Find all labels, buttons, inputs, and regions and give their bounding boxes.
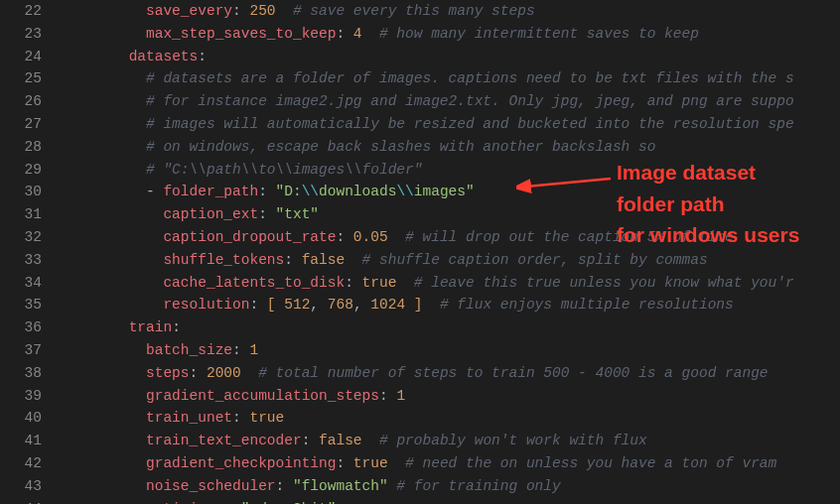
code-line[interactable]: save_every: 250 # save every this many s… bbox=[60, 0, 832, 23]
line-number: 22 bbox=[8, 0, 42, 23]
line-number: 36 bbox=[8, 316, 42, 339]
line-number: 37 bbox=[8, 339, 42, 362]
code-line[interactable]: gradient_accumulation_steps: 1 bbox=[60, 385, 832, 408]
code-line[interactable]: max_step_saves_to_keep: 4 # how many int… bbox=[60, 23, 832, 46]
code-line[interactable]: steps: 2000 # total number of steps to t… bbox=[60, 362, 832, 385]
line-number: 39 bbox=[8, 385, 42, 408]
code-line[interactable]: caption_dropout_rate: 0.05 # will drop o… bbox=[60, 226, 832, 249]
line-number: 31 bbox=[8, 203, 42, 226]
code-line[interactable]: # "C:\\path\\to\\images\\folder" bbox=[60, 159, 832, 182]
code-line[interactable]: datasets: bbox=[60, 46, 832, 68]
line-number: 38 bbox=[8, 362, 42, 385]
line-number: 33 bbox=[8, 249, 42, 272]
line-number: 30 bbox=[8, 181, 42, 203]
code-line[interactable]: train_unet: true bbox=[60, 407, 832, 430]
line-number: 32 bbox=[8, 226, 42, 249]
code-line[interactable]: train_text_encoder: false # probably won… bbox=[60, 430, 832, 452]
code-line[interactable]: # datasets are a folder of images. capti… bbox=[60, 67, 832, 90]
code-editor[interactable]: 2223242526272829303132333435363738394041… bbox=[0, 0, 840, 504]
code-line[interactable]: noise_scheduler: "flowmatch" # for train… bbox=[60, 475, 832, 498]
code-line[interactable]: optimizer: "adamw8bit" bbox=[60, 498, 832, 504]
line-number: 44 bbox=[8, 498, 42, 504]
code-line[interactable]: resolution: [ 512, 768, 1024 ] # flux en… bbox=[60, 294, 832, 316]
line-number: 28 bbox=[8, 136, 42, 159]
line-number-gutter: 2223242526272829303132333435363738394041… bbox=[0, 0, 60, 504]
line-number: 23 bbox=[8, 23, 42, 46]
line-number: 40 bbox=[8, 407, 42, 430]
code-line[interactable]: cache_latents_to_disk: true # leave this… bbox=[60, 272, 832, 295]
code-line[interactable]: # on windows, escape back slashes with a… bbox=[60, 136, 832, 159]
line-number: 43 bbox=[8, 475, 42, 498]
line-number: 42 bbox=[8, 452, 42, 475]
line-number: 29 bbox=[8, 159, 42, 182]
code-line[interactable]: # images will automatically be resized a… bbox=[60, 113, 832, 136]
code-line[interactable]: batch_size: 1 bbox=[60, 339, 832, 362]
code-line[interactable]: # for instance image2.jpg and image2.txt… bbox=[60, 90, 832, 113]
code-line[interactable]: gradient_checkpointing: true # need the … bbox=[60, 452, 832, 475]
code-line[interactable]: shuffle_tokens: false # shuffle caption … bbox=[60, 249, 832, 272]
line-number: 25 bbox=[8, 67, 42, 90]
line-number: 34 bbox=[8, 272, 42, 295]
code-content[interactable]: save_every: 250 # save every this many s… bbox=[60, 0, 840, 504]
code-line[interactable]: caption_ext: "txt" bbox=[60, 203, 832, 226]
line-number: 41 bbox=[8, 430, 42, 452]
line-number: 24 bbox=[8, 46, 42, 68]
line-number: 26 bbox=[8, 90, 42, 113]
line-number: 35 bbox=[8, 294, 42, 316]
code-line[interactable]: train: bbox=[60, 316, 832, 339]
code-line[interactable]: - folder_path: "D:\\downloads\\images" bbox=[60, 181, 832, 203]
line-number: 27 bbox=[8, 113, 42, 136]
